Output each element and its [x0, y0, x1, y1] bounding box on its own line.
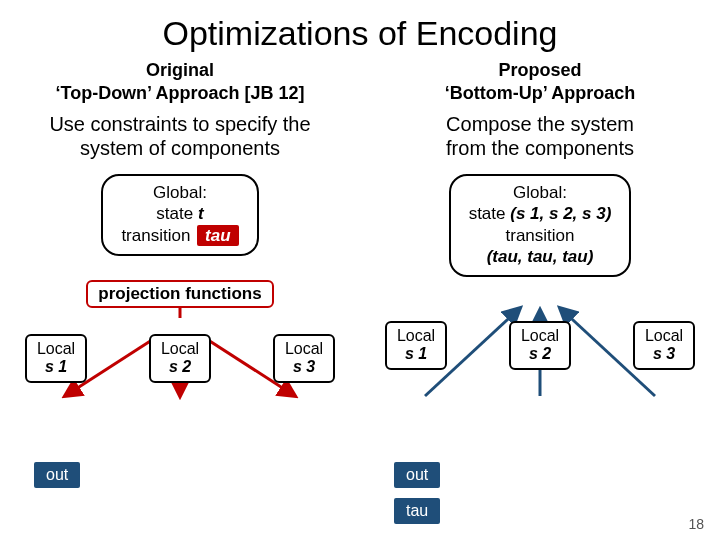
right-local-2: Local s 2 — [509, 321, 571, 370]
left-subtitle: Original ‘Top-Down’ Approach [JB 12] — [55, 59, 304, 104]
local-title: Local — [161, 340, 199, 357]
left-global-l1: Global: — [121, 182, 238, 203]
left-locals-row: Local s 1 Local s 2 Local s 3 — [25, 334, 335, 383]
local-title: Local — [37, 340, 75, 357]
left-column: Original ‘Top-Down’ Approach [JB 12] Use… — [0, 59, 360, 383]
right-desc-line2: from the components — [446, 137, 634, 159]
left-global-l2: state t — [121, 203, 238, 224]
right-global-l3: transition (tau, tau, tau) — [469, 225, 612, 268]
local-title: Local — [397, 327, 435, 344]
left-global-l2b: t — [198, 204, 204, 223]
local-state: s 2 — [169, 358, 191, 375]
left-global-box: Global: state t transition tau — [101, 174, 258, 256]
slide-number: 18 — [688, 516, 704, 532]
local-title: Local — [521, 327, 559, 344]
left-local-2: Local s 2 — [149, 334, 211, 383]
local-state: s 1 — [45, 358, 67, 375]
right-global-l3a: transition — [506, 226, 575, 245]
right-global-box: Global: state (s 1, s 2, s 3) transition… — [449, 174, 632, 277]
right-global-l2b: (s 1, s 2, s 3) — [510, 204, 611, 223]
local-state: s 3 — [293, 358, 315, 375]
right-local-1: Local s 1 — [385, 321, 447, 370]
local-title: Local — [285, 340, 323, 357]
left-global-l3: transition tau — [121, 225, 238, 246]
left-global-l2a: state — [156, 204, 198, 223]
projection-functions-label: projection functions — [86, 280, 273, 308]
local-state: s 1 — [405, 345, 427, 362]
right-subtitle: Proposed ‘Bottom-Up’ Approach — [445, 59, 635, 104]
right-column: Proposed ‘Bottom-Up’ Approach Compose th… — [360, 59, 720, 383]
right-global-l2a: state — [469, 204, 511, 223]
left-subtitle-line1: Original — [146, 60, 214, 80]
right-global-l3b: (tau, tau, tau) — [487, 247, 594, 266]
local-state: s 3 — [653, 345, 675, 362]
left-local-3: Local s 3 — [273, 334, 335, 383]
right-global-l2: state (s 1, s 2, s 3) — [469, 203, 612, 224]
right-desc: Compose the system from the components — [446, 112, 634, 160]
left-global-l3a: transition — [121, 226, 195, 245]
right-global-l1: Global: — [469, 182, 612, 203]
right-out-pill: out — [394, 462, 440, 488]
left-subtitle-line2: ‘Top-Down’ Approach [JB 12] — [55, 83, 304, 103]
right-local-3: Local s 3 — [633, 321, 695, 370]
left-desc-line2: system of components — [80, 137, 280, 159]
right-subtitle-line2: ‘Bottom-Up’ Approach — [445, 83, 635, 103]
left-global-tau: tau — [197, 225, 239, 246]
right-desc-line1: Compose the system — [446, 113, 634, 135]
left-local-1: Local s 1 — [25, 334, 87, 383]
left-desc: Use constraints to specify the system of… — [49, 112, 310, 160]
local-title: Local — [645, 327, 683, 344]
right-locals-row: Local s 1 Local s 2 Local s 3 — [385, 321, 695, 370]
right-subtitle-line1: Proposed — [498, 60, 581, 80]
columns: Original ‘Top-Down’ Approach [JB 12] Use… — [0, 59, 720, 383]
slide-title: Optimizations of Encoding — [0, 14, 720, 53]
left-desc-line1: Use constraints to specify the — [49, 113, 310, 135]
left-out-pill: out — [34, 462, 80, 488]
local-state: s 2 — [529, 345, 551, 362]
right-tau-pill: tau — [394, 498, 440, 524]
